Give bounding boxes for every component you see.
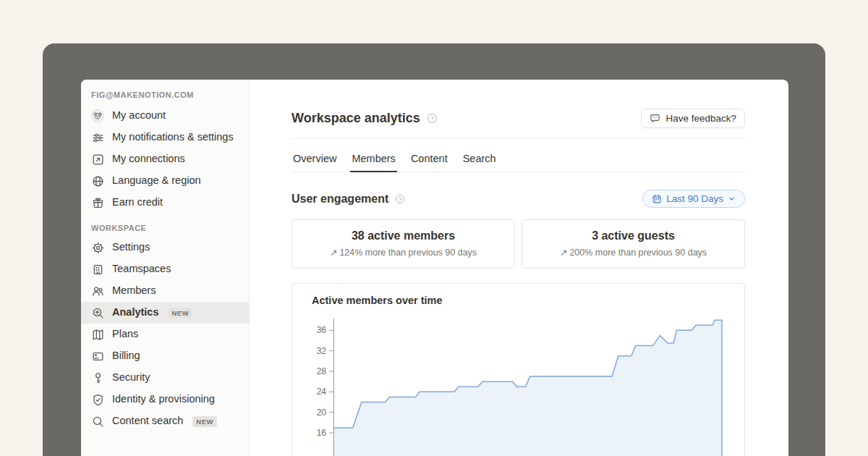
workspace-section-label: WORKSPACE (81, 214, 249, 237)
sidebar-item-security[interactable]: Security (81, 367, 249, 389)
tab-overview[interactable]: Overview (292, 149, 338, 172)
have-feedback-button[interactable]: Have feedback? (641, 109, 745, 128)
active-members-chart-card: Active members over time 162024283236 (292, 283, 745, 456)
calendar-icon (652, 194, 662, 204)
sidebar-item-label: Settings (112, 240, 150, 255)
svg-text:24: 24 (317, 387, 327, 397)
header-divider (292, 138, 745, 139)
chevron-down-icon (728, 195, 736, 203)
analytics-tabs: Overview Members Content Search (292, 149, 745, 172)
gift-icon (91, 196, 104, 209)
sidebar-item-earn-credit[interactable]: Earn credit (81, 192, 249, 214)
sidebar-item-content-search[interactable]: Content search NEW (81, 410, 249, 432)
sidebar-item-language-region[interactable]: Language & region (81, 170, 249, 192)
globe-icon (91, 174, 104, 187)
svg-text:?: ? (430, 115, 434, 122)
svg-text:32: 32 (317, 346, 327, 356)
shield-check-icon (91, 393, 104, 406)
svg-text:20: 20 (317, 408, 327, 418)
credit-card-icon (91, 350, 104, 363)
sliders-icon (91, 131, 104, 144)
settings-sidebar: FIG@MAKENOTION.COM My account My notific… (81, 80, 250, 456)
help-icon[interactable]: ? (427, 113, 438, 124)
new-badge: NEW (192, 416, 217, 427)
map-icon (91, 328, 104, 341)
sidebar-item-billing[interactable]: Billing (81, 345, 249, 367)
magnifier-plus-icon (91, 306, 104, 319)
sidebar-item-plans[interactable]: Plans (81, 324, 249, 345)
speech-bubble-icon (650, 113, 660, 124)
sidebar-item-members[interactable]: Members (81, 280, 249, 302)
active-guests-stat-card: 3 active guests ↗200% more than previous… (522, 219, 745, 269)
sidebar-item-label: Plans (112, 327, 138, 342)
account-email-label: FIG@MAKENOTION.COM (81, 89, 249, 105)
svg-text:?: ? (399, 195, 401, 202)
sidebar-item-my-notifications-settings[interactable]: My notifications & settings (81, 127, 249, 148)
active-members-stat-card: 38 active members ↗124% more than previo… (292, 219, 515, 269)
stat-value: 38 active members (299, 229, 507, 242)
svg-text:16: 16 (317, 428, 327, 438)
stat-value: 3 active guests (529, 229, 737, 242)
date-range-label: Last 90 Days (666, 193, 723, 204)
sidebar-item-label: Language & region (112, 174, 201, 188)
sidebar-item-settings[interactable]: Settings (81, 237, 249, 258)
section-title: User engagement (292, 193, 388, 206)
settings-panel: FIG@MAKENOTION.COM My account My notific… (81, 80, 788, 456)
tab-members[interactable]: Members (350, 149, 396, 172)
tab-content[interactable]: Content (409, 149, 449, 172)
sidebar-item-my-account[interactable]: My account (81, 105, 249, 127)
magnifier-icon (91, 415, 104, 428)
new-badge: NEW (168, 308, 192, 318)
chart-title: Active members over time (312, 295, 744, 306)
date-range-button[interactable]: Last 90 Days (642, 190, 745, 208)
members-chart: 162024283236 (292, 310, 744, 456)
building-icon (91, 263, 104, 276)
stat-delta: ↗124% more than previous 90 days (299, 247, 507, 258)
sidebar-item-label: Analytics (112, 305, 158, 320)
sidebar-item-my-connections[interactable]: My connections (81, 148, 249, 170)
tab-search[interactable]: Search (461, 149, 498, 172)
gear-icon (91, 241, 104, 254)
sidebar-item-label: Identity & provisioning (112, 392, 215, 407)
sidebar-item-label: Earn credit (112, 195, 163, 210)
svg-text:36: 36 (317, 325, 327, 335)
arrow-up-right-box-icon (91, 153, 104, 166)
have-feedback-label: Have feedback? (665, 113, 736, 124)
sidebar-item-label: Security (112, 371, 150, 385)
sidebar-item-label: Teamspaces (112, 262, 171, 276)
page-title: Workspace analytics (292, 111, 420, 126)
people-icon (91, 284, 104, 297)
sidebar-item-label: Content search (112, 414, 183, 428)
sidebar-item-label: My notifications & settings (112, 130, 234, 145)
sidebar-item-teamspaces[interactable]: Teamspaces (81, 258, 249, 280)
analytics-main: Workspace analytics ? Have feedback? Ove… (250, 80, 788, 456)
sidebar-item-label: Members (112, 284, 156, 298)
sidebar-item-identity-provisioning[interactable]: Identity & provisioning (81, 389, 249, 410)
stat-delta: ↗200% more than previous 90 days (529, 247, 737, 258)
help-icon[interactable]: ? (395, 194, 405, 204)
key-icon (91, 371, 104, 384)
koala-avatar (91, 109, 104, 122)
sidebar-item-label: My connections (112, 152, 185, 166)
sidebar-item-label: Billing (112, 349, 140, 363)
sidebar-item-analytics[interactable]: Analytics NEW (81, 302, 249, 324)
sidebar-item-label: My account (112, 109, 166, 123)
svg-text:28: 28 (317, 366, 327, 376)
trend-up-icon: ↗ (560, 247, 567, 258)
trend-up-icon: ↗ (330, 247, 337, 258)
